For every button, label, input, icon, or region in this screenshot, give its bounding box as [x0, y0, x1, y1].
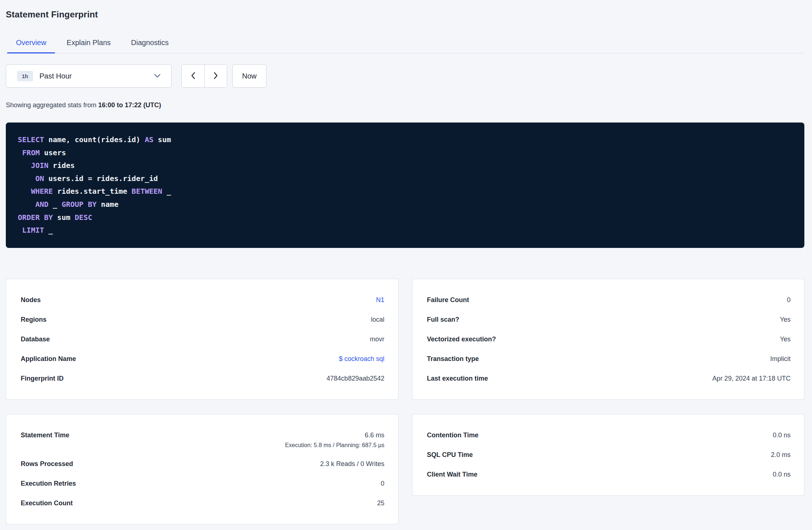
- row-value-wrap: local: [371, 315, 384, 324]
- time-range-badge: 1h: [17, 71, 33, 81]
- overview-cards-grid: NodesN1RegionslocalDatabasemovrApplicati…: [6, 279, 804, 524]
- card-row: SQL CPU Time2.0 ms: [427, 445, 791, 465]
- card-row: Rows Processed2.3 k Reads / 0 Writes: [21, 454, 385, 474]
- sql-line: WHERE rides.start_time BETWEEN _: [18, 185, 792, 198]
- sql-statement: SELECT name, count(rides.id) AS sum FROM…: [6, 123, 804, 248]
- aggregated-stats-line: Showing aggregated stats from 16:00 to 1…: [6, 101, 804, 109]
- card-row: Failure Count0: [427, 290, 791, 310]
- time-step-buttons: [181, 64, 227, 88]
- chevron-right-icon: [214, 72, 218, 80]
- row-value-wrap: 2.0 ms: [771, 450, 791, 459]
- card-row: Full scan?Yes: [427, 310, 791, 329]
- row-value-link[interactable]: N1: [376, 296, 384, 304]
- card-row: Transaction typeImplicit: [427, 349, 791, 369]
- card-row: Regionslocal: [21, 310, 385, 329]
- row-value-wrap: 25: [377, 498, 384, 508]
- row-label: Transaction type: [427, 354, 488, 364]
- statement-fingerprint-page: Statement Fingerprint OverviewExplain Pl…: [0, 0, 812, 524]
- row-label: Last execution time: [427, 374, 497, 383]
- sql-line: JOIN rides: [18, 159, 792, 172]
- card-row: Contention Time0.0 ns: [427, 425, 791, 445]
- next-interval-button[interactable]: [204, 65, 227, 87]
- card-row: Execution Count25: [21, 493, 385, 513]
- row-value-wrap: 2.3 k Reads / 0 Writes: [320, 459, 385, 469]
- stats-line-range: 16:00 to 17:22 (UTC): [98, 101, 161, 109]
- row-value: 25: [377, 498, 384, 508]
- row-value: Yes: [780, 334, 791, 344]
- row-label: Contention Time: [427, 430, 487, 440]
- sql-line: FROM users: [18, 146, 792, 160]
- row-value-link[interactable]: $ cockroach sql: [339, 355, 384, 362]
- tab-overview[interactable]: Overview: [6, 34, 56, 53]
- row-value-wrap: 4784cb829aab2542: [326, 374, 384, 383]
- chevron-left-icon: [191, 72, 195, 80]
- tab-bar: OverviewExplain PlansDiagnostics: [6, 34, 804, 53]
- row-value: movr: [370, 334, 385, 344]
- row-label: Full scan?: [427, 315, 468, 324]
- row-label: Nodes: [21, 295, 49, 305]
- chevron-down-icon: [154, 73, 160, 79]
- row-label: Execution Count: [21, 498, 81, 508]
- row-value: 0.0 ns: [773, 430, 791, 440]
- card-row: Client Wait Time0.0 ns: [427, 465, 791, 484]
- prev-interval-button[interactable]: [182, 65, 204, 87]
- row-value-wrap: movr: [370, 334, 385, 344]
- row-value: Apr 29, 2024 at 17:18 UTC: [712, 374, 791, 383]
- page-title: Statement Fingerprint: [6, 9, 804, 20]
- sql-line: AND _ GROUP BY name: [18, 198, 792, 211]
- row-label: Vectorized execution?: [427, 334, 505, 344]
- time-toolbar: 1h Past Hour Now: [6, 64, 804, 88]
- overview-details-card: NodesN1RegionslocalDatabasemovrApplicati…: [6, 279, 398, 399]
- row-label: Fingerprint ID: [21, 374, 72, 383]
- card-row: NodesN1: [21, 290, 385, 310]
- row-value: 2.0 ms: [771, 450, 791, 459]
- row-value-wrap: 6.6 msExecution: 5.8 ms / Planning: 687.…: [285, 430, 384, 449]
- stats-line-prefix: Showing aggregated stats from: [6, 101, 96, 109]
- row-value-wrap: Apr 29, 2024 at 17:18 UTC: [712, 374, 791, 383]
- card-row: Last execution timeApr 29, 2024 at 17:18…: [427, 369, 791, 388]
- row-value-wrap: 0.0 ns: [773, 470, 791, 479]
- row-subvalue: Execution: 5.8 ms / Planning: 687.5 µs: [285, 442, 384, 449]
- row-value: 0.0 ns: [773, 470, 791, 479]
- row-value: 6.6 ms: [285, 430, 384, 440]
- row-value: Yes: [780, 315, 791, 324]
- row-value-wrap: $ cockroach sql: [339, 354, 384, 364]
- row-label: Statement Time: [21, 430, 78, 440]
- wait-times-card: Contention Time0.0 nsSQL CPU Time2.0 msC…: [412, 414, 805, 495]
- row-label: SQL CPU Time: [427, 450, 482, 459]
- card-row: Databasemovr: [21, 329, 385, 349]
- card-row: Application Name$ cockroach sql: [21, 349, 385, 369]
- tab-explain-plans[interactable]: Explain Plans: [56, 34, 121, 53]
- row-label: Database: [21, 334, 59, 344]
- row-value-wrap: 0: [787, 295, 791, 305]
- sql-line: LIMIT _: [18, 224, 792, 237]
- sql-line: ORDER BY sum DESC: [18, 211, 792, 224]
- row-value-wrap: Implicit: [770, 354, 791, 364]
- row-value: local: [371, 315, 384, 324]
- card-row: Statement Time6.6 msExecution: 5.8 ms / …: [21, 425, 385, 454]
- row-label: Failure Count: [427, 295, 478, 305]
- card-row: Fingerprint ID4784cb829aab2542: [21, 369, 385, 388]
- statement-times-card: Statement Time6.6 msExecution: 5.8 ms / …: [6, 414, 398, 524]
- row-label: Client Wait Time: [427, 470, 486, 479]
- row-value: Implicit: [770, 354, 791, 364]
- row-label: Rows Processed: [21, 459, 82, 469]
- row-value: 0: [381, 479, 384, 488]
- card-row: Vectorized execution?Yes: [427, 329, 791, 349]
- row-label: Application Name: [21, 354, 85, 364]
- time-range-dropdown[interactable]: 1h Past Hour: [6, 64, 172, 88]
- now-button[interactable]: Now: [232, 64, 266, 88]
- row-value: 0: [787, 295, 791, 305]
- row-value-wrap: 0.0 ns: [773, 430, 791, 440]
- sql-line: ON users.id = rides.rider_id: [18, 172, 792, 185]
- execution-attributes-card: Failure Count0Full scan?YesVectorized ex…: [412, 279, 805, 399]
- tab-diagnostics[interactable]: Diagnostics: [121, 34, 179, 53]
- row-label: Regions: [21, 315, 55, 324]
- row-value-wrap: 0: [381, 479, 384, 488]
- row-value-wrap: N1: [376, 295, 384, 305]
- time-range-label: Past Hour: [40, 72, 154, 80]
- sql-line: SELECT name, count(rides.id) AS sum: [18, 133, 792, 146]
- card-row: Execution Retries0: [21, 474, 385, 493]
- row-value-wrap: Yes: [780, 334, 791, 344]
- row-label: Execution Retries: [21, 479, 85, 488]
